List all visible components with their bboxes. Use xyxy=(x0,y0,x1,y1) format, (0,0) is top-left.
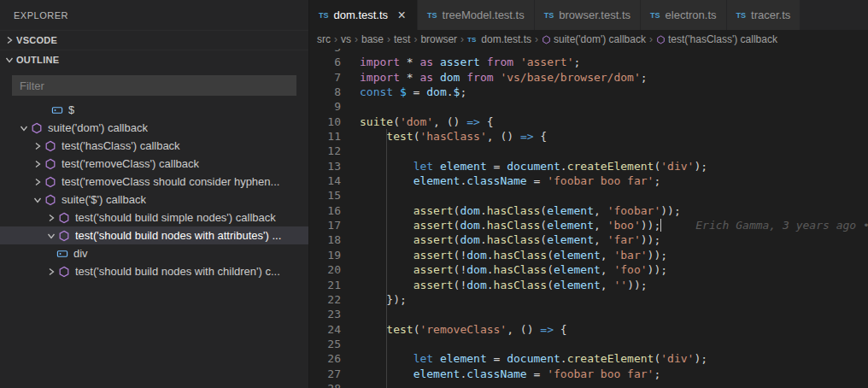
outline-item-label: test('removeClass') callback xyxy=(62,157,199,170)
code-token: hasClass xyxy=(487,204,541,217)
code-line[interactable]: 26 let element = document.createElement(… xyxy=(309,351,868,366)
chevron-down-icon[interactable] xyxy=(31,196,44,204)
code-token: hasClass xyxy=(494,249,548,262)
code-token: dom xyxy=(440,71,460,84)
code-line-content: let element = document.createElement('di… xyxy=(341,351,707,366)
code-line[interactable]: 28 xyxy=(309,381,868,388)
line-number: 17 xyxy=(309,218,341,232)
outline-item[interactable]: test('should build nodes with children')… xyxy=(0,262,308,280)
code-line[interactable]: 8const $ = dom.$; xyxy=(309,85,868,99)
breadcrumb-item[interactable]: test xyxy=(394,33,410,45)
breadcrumb-item[interactable]: browser xyxy=(420,33,457,45)
code-line[interactable]: 7import * as dom from 'vs/base/browser/d… xyxy=(309,70,868,85)
breadcrumb-item[interactable]: vs xyxy=(341,33,351,45)
breadcrumb-item[interactable]: src xyxy=(317,33,331,45)
outline-item[interactable]: suite('$') callback xyxy=(0,191,308,209)
outline-item[interactable]: test('should build nodes with attributes… xyxy=(0,226,308,244)
outline-item[interactable]: suite('dom') callback xyxy=(0,119,308,137)
chevron-right-icon[interactable] xyxy=(31,178,44,186)
editor-tab-treemodel-test-ts[interactable]: TStreeModel.test.ts xyxy=(418,0,535,30)
line-number: 11 xyxy=(309,129,341,144)
outline-filter-input[interactable] xyxy=(12,75,296,96)
code-line-content: import * as assert from 'assert'; xyxy=(341,55,580,69)
code-line[interactable]: 23 xyxy=(309,307,868,321)
chevron-right-icon[interactable] xyxy=(44,267,58,276)
code-line[interactable]: 9 xyxy=(309,99,868,114)
code-line[interactable]: 27 element.className = 'foobar boo far'; xyxy=(309,367,868,381)
code-token: hasClass xyxy=(494,263,548,276)
code-line[interactable]: 11 test('hasClass', () => { xyxy=(309,129,868,144)
code-token: 'foo' xyxy=(613,263,647,276)
code-line[interactable]: 22 }); xyxy=(309,292,868,307)
editor-tab-electron-ts[interactable]: TSelectron.ts xyxy=(641,0,727,30)
code-line[interactable]: 20 assert(!dom.hasClass(element, 'foo'))… xyxy=(309,262,868,277)
typescript-file-icon: TS xyxy=(736,11,747,20)
code-token xyxy=(433,56,440,68)
breadcrumb-separator-icon: › xyxy=(413,33,417,45)
outline-item[interactable]: test('hasClass') callback xyxy=(0,137,308,155)
code-token: '' xyxy=(613,279,627,291)
outline-item-label: test('should build nodes with children')… xyxy=(75,265,280,278)
code-token: className xyxy=(466,174,526,187)
git-blame-annotation: Erich Gamma, 3 years ago • Hello Co xyxy=(695,219,868,232)
code-line-content xyxy=(341,188,360,203)
code-token: , xyxy=(594,204,607,217)
chevron-down-icon[interactable] xyxy=(17,124,31,132)
code-line[interactable]: 25 xyxy=(309,337,868,351)
line-number: 19 xyxy=(309,248,341,262)
line-number: 20 xyxy=(309,262,341,277)
code-line[interactable]: 13 let element = document.createElement(… xyxy=(309,159,868,173)
outline-item[interactable]: $ xyxy=(0,101,308,119)
code-token: ( xyxy=(540,204,547,217)
code-line[interactable]: 15 xyxy=(309,188,868,203)
breadcrumb-item[interactable]: test('hasClass') callback xyxy=(656,33,777,45)
code-line[interactable]: 19 assert(!dom.hasClass(element, 'bar'))… xyxy=(309,248,868,262)
code-editor[interactable]: 56import * as assert from 'assert';7impo… xyxy=(309,49,868,388)
code-line-content xyxy=(341,49,360,55)
chevron-down-icon[interactable] xyxy=(44,232,58,240)
outline-item[interactable]: test('should build simple nodes') callba… xyxy=(0,209,308,226)
chevron-right-icon[interactable] xyxy=(31,142,44,150)
code-line[interactable]: 14 element.className = 'foobar boo far'; xyxy=(309,173,868,188)
code-line[interactable]: 12 xyxy=(309,144,868,158)
line-number: 23 xyxy=(309,307,341,321)
code-token: , xyxy=(594,219,607,232)
chevron-right-icon[interactable] xyxy=(31,160,44,168)
breadcrumb-item[interactable]: base xyxy=(361,33,384,45)
code-token: dom xyxy=(460,233,479,246)
code-line[interactable]: 21 assert(!dom.hasClass(element, '')); xyxy=(309,278,868,292)
line-number: 26 xyxy=(309,351,341,366)
code-line[interactable]: 17 assert(dom.hasClass(element, 'boo'));… xyxy=(309,218,868,232)
typescript-file-icon: TS xyxy=(544,11,554,20)
code-token: . xyxy=(480,233,487,246)
outline-item-label: div xyxy=(73,247,88,260)
code-line[interactable]: 18 assert(dom.hasClass(element, 'far')); xyxy=(309,232,868,247)
code-token: assert xyxy=(440,56,480,68)
sidebar-section-outline[interactable]: OUTLINE xyxy=(0,50,308,69)
code-line[interactable]: 5 xyxy=(309,49,868,55)
code-token: )); xyxy=(641,219,660,232)
chevron-right-icon[interactable] xyxy=(44,214,58,222)
code-token: , xyxy=(594,233,607,246)
sidebar-section-vscode[interactable]: VSCODE xyxy=(0,30,308,50)
editor-tab-tracer-ts[interactable]: TStracer.ts xyxy=(727,0,801,30)
code-line[interactable]: 6import * as assert from 'assert'; xyxy=(309,55,868,69)
outline-item[interactable]: div xyxy=(0,244,308,262)
outline-item[interactable]: test('removeClass') callback xyxy=(0,155,308,173)
code-token: dom xyxy=(466,263,486,276)
editor-tab-dom-test-ts[interactable]: TSdom.test.ts× xyxy=(309,0,418,30)
outline-item[interactable]: test('removeClass should consider hyphen… xyxy=(0,173,308,191)
code-token: element xyxy=(413,174,460,187)
code-line[interactable]: 16 assert(dom.hasClass(element, 'foobar'… xyxy=(309,203,868,218)
code-line[interactable]: 24 test('removeClass', () => { xyxy=(309,322,868,337)
editor-tab-browser-test-ts[interactable]: TSbrowser.test.ts xyxy=(535,0,641,30)
breadcrumb-item[interactable]: TSdom.test.ts xyxy=(467,33,531,45)
code-token: ); xyxy=(694,352,707,365)
code-token: = xyxy=(527,367,547,380)
code-token: document xyxy=(507,352,560,365)
line-number: 18 xyxy=(309,232,341,247)
breadcrumb-item[interactable]: suite('dom') callback xyxy=(542,33,646,45)
close-icon[interactable]: × xyxy=(396,9,408,22)
code-line[interactable]: 10suite('dom', () => { xyxy=(309,115,868,129)
code-token: ( xyxy=(540,219,547,232)
